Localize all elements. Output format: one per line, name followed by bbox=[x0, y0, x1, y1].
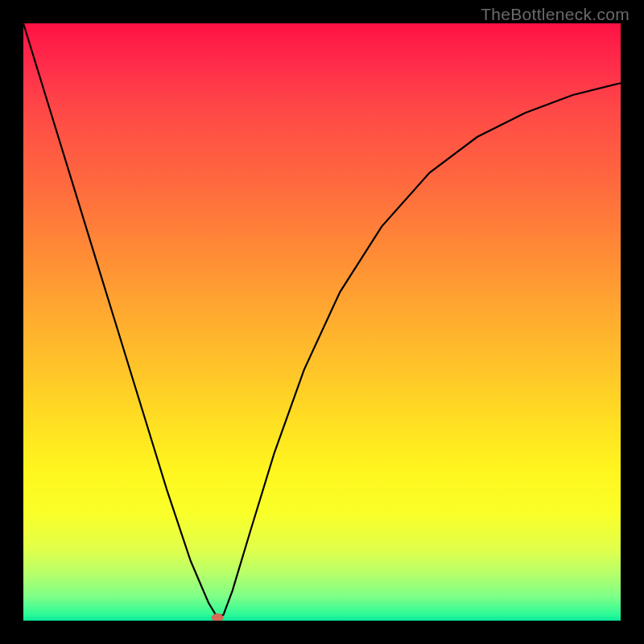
chart-svg bbox=[23, 23, 621, 621]
chart-plot-area bbox=[23, 23, 621, 621]
bottleneck-curve-line bbox=[23, 23, 621, 617]
watermark-text: TheBottleneck.com bbox=[481, 5, 630, 24]
optimum-marker bbox=[212, 613, 223, 621]
